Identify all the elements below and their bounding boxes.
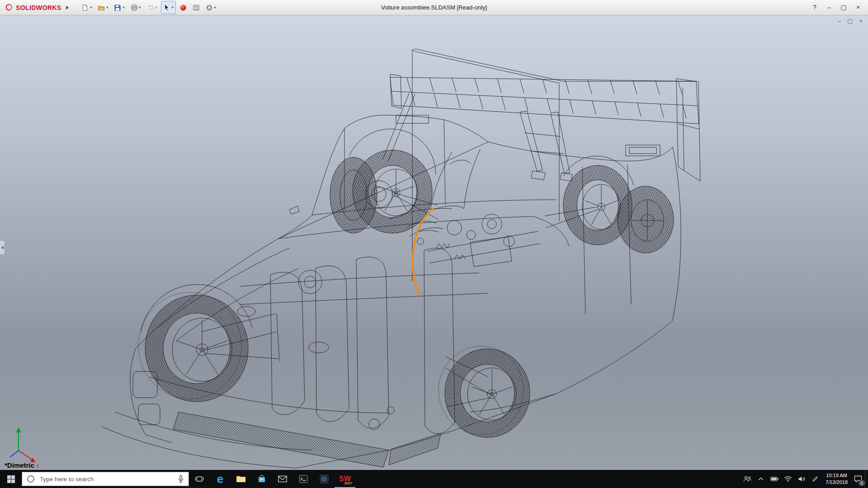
save-button[interactable]: ▾: [112, 1, 127, 14]
clock-time: 10:19 AM: [826, 472, 848, 479]
red-sphere-icon: [179, 4, 187, 11]
pen-icon: [812, 476, 818, 482]
taskbar-search[interactable]: [22, 472, 189, 486]
undo-arrow-icon: [147, 4, 154, 11]
file-explorer-button[interactable]: [231, 470, 251, 488]
edge-icon: e: [217, 473, 223, 485]
chevron-down-icon[interactable]: ▾: [156, 5, 157, 9]
print-button[interactable]: ▾: [128, 1, 143, 14]
task-view-icon: [195, 474, 204, 483]
solidworks-year-label: 2017: [344, 481, 352, 485]
chevron-down-icon[interactable]: ▾: [90, 5, 92, 9]
taskbar-clock[interactable]: 10:19 AM 7/13/2018: [822, 472, 851, 486]
people-button[interactable]: [741, 470, 754, 488]
command-prompt-icon: [299, 475, 308, 483]
close-button[interactable]: ×: [851, 0, 865, 15]
volume-button[interactable]: [795, 470, 808, 488]
select-tool-button[interactable]: ▾: [161, 1, 176, 14]
start-button[interactable]: [0, 470, 22, 488]
chevron-down-icon[interactable]: ▾: [214, 5, 216, 9]
taskbar: e: [0, 470, 868, 488]
view-orientation-label: *Dimetric: [5, 461, 34, 469]
speaker-icon: [798, 476, 805, 482]
solidworks-wordmark: SOLIDWORKS: [16, 4, 61, 11]
open-button[interactable]: ▾: [95, 1, 110, 14]
solidworks-logo[interactable]: SOLIDWORKS: [3, 3, 63, 12]
terminal-button[interactable]: [293, 470, 314, 488]
tray-overflow-button[interactable]: [754, 470, 768, 488]
network-button[interactable]: [781, 470, 795, 488]
document-title: Voiture assomblee.SLDASM [Read-only]: [381, 4, 487, 11]
chevron-left-icon: [1, 246, 4, 249]
windows-logo-icon: [7, 475, 15, 483]
chevron-down-icon[interactable]: ▾: [172, 5, 174, 9]
save-floppy-icon: [114, 4, 121, 11]
undo-button[interactable]: ▾: [145, 1, 160, 14]
envelope-icon: [278, 475, 287, 483]
edge-button[interactable]: e: [210, 470, 231, 488]
printer-icon: [131, 4, 138, 11]
new-document-icon: [81, 4, 89, 11]
wheel-front-left: [138, 292, 248, 402]
media-app-icon: [320, 474, 329, 483]
chevron-down-icon[interactable]: ▾: [106, 5, 108, 9]
wifi-icon: [784, 476, 792, 482]
chevron-down-icon[interactable]: ▾: [139, 5, 141, 9]
maximize-button[interactable]: ▢: [836, 0, 851, 15]
appearance-button[interactable]: [177, 1, 189, 14]
viewport-close-button[interactable]: ×: [859, 18, 863, 24]
solidworks-window: SOLIDWORKS ▾ ▾ ▾: [0, 0, 868, 488]
car-wireframe-model[interactable]: x: [0, 15, 868, 470]
options-button[interactable]: ▾: [203, 1, 218, 14]
media-app-button[interactable]: [314, 470, 335, 488]
gear-icon: [206, 4, 213, 11]
wheel-rear-right: [563, 165, 674, 253]
people-icon: [743, 475, 752, 483]
battery-button[interactable]: [768, 470, 781, 488]
chevron-up-icon: [758, 477, 764, 481]
titlebar: SOLIDWORKS ▾ ▾ ▾: [0, 0, 868, 15]
store-button[interactable]: [251, 470, 272, 488]
pen-settings-button[interactable]: [808, 470, 822, 488]
cortana-icon: [27, 475, 35, 483]
search-input[interactable]: [39, 475, 174, 483]
viewport-window-controls: – ▢ ×: [838, 18, 863, 24]
chassis-frames: [270, 248, 455, 434]
viewport-minimize-button[interactable]: –: [838, 18, 841, 24]
task-view-button[interactable]: [189, 470, 210, 488]
engine-suspension-details: [202, 181, 598, 407]
wheel-front-right: [330, 150, 432, 233]
mail-button[interactable]: [272, 470, 293, 488]
triad-x-label: x: [36, 463, 39, 469]
clock-date: 7/13/2018: [826, 479, 848, 486]
viewport-restore-button[interactable]: ▢: [847, 18, 853, 24]
action-center-button[interactable]: 2: [851, 470, 865, 488]
solidworks-logo-icon: [5, 3, 14, 12]
table-button[interactable]: [190, 1, 202, 14]
help-button[interactable]: ?: [807, 0, 822, 15]
folder-icon: [236, 475, 246, 483]
panel-collapse-tab[interactable]: [0, 240, 5, 255]
quick-access-toolbar: ▾ ▾ ▾ ▾: [79, 1, 218, 14]
spreadsheet-icon: [193, 4, 200, 11]
solidworks-taskbar-button[interactable]: SW 2017: [335, 470, 355, 488]
front-splitter-hatch: [173, 412, 441, 467]
graphics-area[interactable]: x – ▢ × *Dimetric: [0, 15, 868, 470]
battery-icon: [770, 477, 778, 481]
new-document-button[interactable]: ▾: [79, 1, 94, 14]
chevron-down-icon[interactable]: ▾: [123, 5, 124, 9]
notification-badge: 2: [859, 480, 865, 486]
window-controls: ? – ▢ ×: [807, 0, 865, 15]
cursor-arrow-icon: [163, 4, 170, 11]
microphone-icon[interactable]: [178, 475, 184, 483]
menu-expand-arrow-icon[interactable]: [63, 5, 72, 11]
minimize-button[interactable]: –: [822, 0, 836, 15]
open-folder-icon: [98, 4, 105, 11]
store-bag-icon: [258, 474, 266, 483]
show-desktop-button[interactable]: [865, 470, 868, 488]
